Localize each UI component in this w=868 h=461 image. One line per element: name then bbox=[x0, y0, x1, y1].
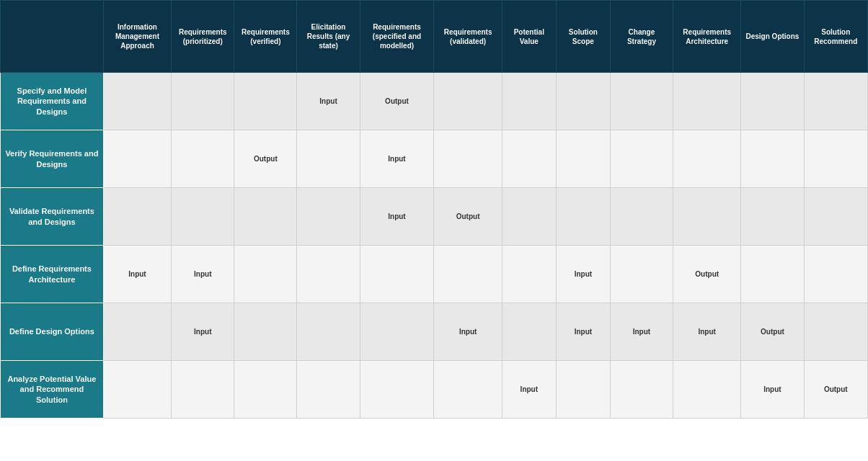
cell-r4-reqval: Input bbox=[434, 303, 502, 361]
cell-r5-design: Input bbox=[741, 361, 804, 419]
cell-r1-reqarch bbox=[673, 130, 741, 188]
header-reqarch: Requirements Architecture bbox=[673, 1, 741, 73]
cell-r1-reqval bbox=[434, 130, 502, 188]
header-req: Requirements (prioritized) bbox=[172, 1, 234, 73]
cell-r4-reqv bbox=[234, 303, 297, 361]
cell-r0-elic: Input bbox=[297, 73, 360, 130]
row-label-2: Validate Requirements and Designs bbox=[1, 188, 104, 246]
header-scope: Solution Scope bbox=[556, 1, 610, 73]
cell-r3-info: Input bbox=[103, 246, 171, 303]
cell-r5-change bbox=[610, 361, 673, 419]
cell-r4-reqarch: Input bbox=[673, 303, 741, 361]
cell-r4-scope: Input bbox=[556, 303, 610, 361]
cell-r5-elic bbox=[297, 361, 360, 419]
row-label-4: Define Design Options bbox=[1, 303, 104, 361]
cell-r0-info bbox=[103, 73, 171, 130]
cell-r5-solrec: Output bbox=[804, 361, 867, 419]
header-reqv: Requirements (verified) bbox=[234, 1, 297, 73]
cell-r2-design bbox=[741, 188, 804, 246]
header-reqval: Requirements (validated) bbox=[434, 1, 502, 73]
cell-r2-req bbox=[172, 188, 234, 246]
cell-r5-req bbox=[172, 361, 234, 419]
cell-r4-elic bbox=[297, 303, 360, 361]
cell-r1-potv bbox=[502, 130, 556, 188]
cell-r2-change bbox=[610, 188, 673, 246]
cell-r4-design: Output bbox=[741, 303, 804, 361]
cell-r1-scope bbox=[556, 130, 610, 188]
cell-r0-reqarch bbox=[673, 73, 741, 130]
header-label bbox=[1, 1, 104, 73]
cell-r5-reqarch bbox=[673, 361, 741, 419]
header-elic: Elicitation Results (any state) bbox=[297, 1, 360, 73]
header-info: Information Management Approach bbox=[103, 1, 171, 73]
cell-r1-elic bbox=[297, 130, 360, 188]
cell-r2-reqsm: Input bbox=[360, 188, 434, 246]
cell-r3-reqv bbox=[234, 246, 297, 303]
cell-r0-solrec bbox=[804, 73, 867, 130]
cell-r1-change bbox=[610, 130, 673, 188]
cell-r5-scope bbox=[556, 361, 610, 419]
row-label-0: Specify and Model Requirements and Desig… bbox=[1, 73, 104, 130]
row-label-3: Define Requirements Architecture bbox=[1, 246, 104, 303]
cell-r1-req bbox=[172, 130, 234, 188]
cell-r1-reqsm: Input bbox=[360, 130, 434, 188]
cell-r1-info bbox=[103, 130, 171, 188]
cell-r3-elic bbox=[297, 246, 360, 303]
cell-r3-design bbox=[741, 246, 804, 303]
cell-r0-potv bbox=[502, 73, 556, 130]
matrix-wrapper: Information Management Approach Requirem… bbox=[0, 0, 868, 419]
cell-r4-info bbox=[103, 303, 171, 361]
cell-r0-change bbox=[610, 73, 673, 130]
cell-r4-potv bbox=[502, 303, 556, 361]
cell-r2-potv bbox=[502, 188, 556, 246]
cell-r4-reqsm bbox=[360, 303, 434, 361]
cell-r2-solrec bbox=[804, 188, 867, 246]
cell-r5-reqv bbox=[234, 361, 297, 419]
cell-r2-reqarch bbox=[673, 188, 741, 246]
cell-r5-reqval bbox=[434, 361, 502, 419]
cell-r0-reqval bbox=[434, 73, 502, 130]
cell-r0-design bbox=[741, 73, 804, 130]
cell-r2-reqv bbox=[234, 188, 297, 246]
header-design: Design Options bbox=[741, 1, 804, 73]
cell-r4-req: Input bbox=[172, 303, 234, 361]
cell-r4-change: Input bbox=[610, 303, 673, 361]
cell-r3-reqval bbox=[434, 246, 502, 303]
requirements-matrix: Information Management Approach Requirem… bbox=[0, 0, 868, 419]
row-label-5: Analyze Potential Value and Recommend So… bbox=[1, 361, 104, 419]
cell-r0-reqsm: Output bbox=[360, 73, 434, 130]
cell-r3-potv bbox=[502, 246, 556, 303]
cell-r5-info bbox=[103, 361, 171, 419]
cell-r1-solrec bbox=[804, 130, 867, 188]
header-change: Change Strategy bbox=[610, 1, 673, 73]
cell-r3-req: Input bbox=[172, 246, 234, 303]
cell-r3-reqarch: Output bbox=[673, 246, 741, 303]
cell-r2-reqval: Output bbox=[434, 188, 502, 246]
cell-r0-scope bbox=[556, 73, 610, 130]
cell-r5-reqsm bbox=[360, 361, 434, 419]
cell-r0-reqv bbox=[234, 73, 297, 130]
cell-r0-req bbox=[172, 73, 234, 130]
cell-r2-elic bbox=[297, 188, 360, 246]
row-label-1: Verify Requirements and Designs bbox=[1, 130, 104, 188]
cell-r1-reqv: Output bbox=[234, 130, 297, 188]
header-potv: Potential Value bbox=[502, 1, 556, 73]
cell-r2-info bbox=[103, 188, 171, 246]
cell-r4-solrec bbox=[804, 303, 867, 361]
cell-r3-reqsm bbox=[360, 246, 434, 303]
header-reqsm: Requirements (specified and modelled) bbox=[360, 1, 434, 73]
cell-r5-potv: Input bbox=[502, 361, 556, 419]
cell-r2-scope bbox=[556, 188, 610, 246]
header-solrec: Solution Recommend bbox=[804, 1, 867, 73]
cell-r1-design bbox=[741, 130, 804, 188]
cell-r3-change bbox=[610, 246, 673, 303]
cell-r3-scope: Input bbox=[556, 246, 610, 303]
cell-r3-solrec bbox=[804, 246, 867, 303]
